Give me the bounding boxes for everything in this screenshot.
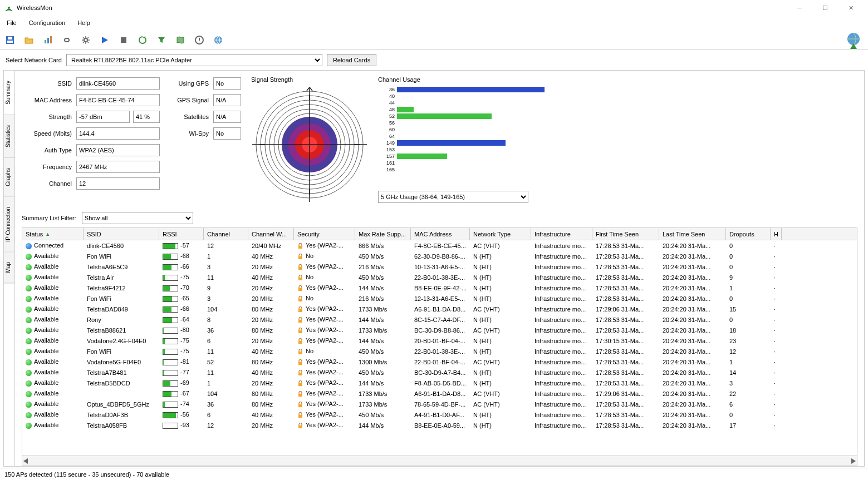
mac-label: MAC Address [22, 97, 72, 103]
col-rssi[interactable]: RSSI [159, 228, 204, 240]
gps-label: Using GPS [170, 80, 209, 87]
network-card-select[interactable]: Realtek RTL8822BE 802.11ac PCIe Adapter [66, 54, 322, 66]
col-channel[interactable]: Channel [204, 228, 248, 240]
table-row[interactable]: AvailableTelstraD0AF3B-56640 MHzYes (WPA… [22, 409, 857, 420]
chart-icon[interactable] [41, 33, 55, 47]
reload-cards-button[interactable]: Reload Cards [327, 54, 376, 66]
svg-rect-30 [298, 246, 302, 249]
filter-icon[interactable] [155, 33, 168, 47]
menu-configuration[interactable]: Configuration [26, 18, 68, 28]
table-row[interactable]: AvailableTelstraDAD849-6610480 MHzYes (W… [22, 304, 857, 314]
channel-number: 52 [378, 113, 395, 119]
filter-select[interactable]: Show all [82, 212, 193, 224]
table-row[interactable]: AvailableTelstraD5BDCD-69120 MHzYes (WPA… [22, 378, 857, 388]
wispy-label: Wi-Spy [170, 130, 209, 137]
status-dot-icon [26, 275, 32, 281]
ssid-value: dlink-CE4560 [76, 77, 160, 90]
menu-file[interactable]: File [3, 18, 20, 28]
menu-help[interactable]: Help [74, 18, 94, 28]
col-security[interactable]: Security [294, 228, 355, 240]
table-row[interactable]: AvailableTelstra Air-751140 MHzNo450 Mb/… [22, 272, 857, 283]
rssi-bar-icon [163, 338, 178, 344]
col-ssid[interactable]: SSID [84, 228, 159, 240]
table-row[interactable]: AvailableVodafone2.4G-F04E0-75620 MHzYes… [22, 335, 857, 346]
tab-map[interactable]: Map [4, 252, 14, 283]
stop-icon[interactable] [117, 33, 130, 47]
col-status[interactable]: Status▲ [22, 228, 84, 240]
channel-range-select[interactable]: 5 GHz Usage (36-64, 149-165) [378, 191, 528, 203]
channel-number: 165 [378, 167, 395, 172]
col-mac[interactable]: MAC Address [411, 228, 470, 240]
table-row[interactable]: AvailableFon WiFi-65320 MHzNo216 Mb/s12-… [22, 293, 857, 304]
table-row[interactable]: AvailableTelstraA6E5C9-66320 MHzYes (WPA… [22, 261, 857, 272]
status-text: 150 APs detected (115 secure - 35 unsecu… [4, 471, 169, 478]
tab-graphs[interactable]: Graphs [4, 158, 14, 197]
strength-pct: 41 % [133, 111, 160, 123]
rssi-bar-icon [163, 380, 178, 387]
svg-rect-39 [298, 341, 302, 344]
refresh-icon[interactable] [136, 33, 149, 47]
globe-icon[interactable] [212, 33, 225, 47]
svg-rect-35 [298, 299, 302, 301]
maximize-button[interactable]: ☐ [812, 0, 838, 16]
col-last[interactable]: Last Time Seen [659, 228, 726, 240]
link-icon[interactable] [60, 33, 73, 47]
rssi-bar-icon [163, 264, 178, 270]
col-dropouts[interactable]: Dropouts [726, 228, 771, 240]
channel-number: 40 [378, 93, 395, 99]
table-row[interactable]: AvailableFon WiFi-751140 MHzNo450 Mb/s22… [22, 346, 857, 357]
gear-icon[interactable] [79, 33, 92, 47]
toolbar [0, 30, 868, 50]
grid-body[interactable]: Connecteddlink-CE4560-571220/40 MHzYes (… [22, 240, 857, 456]
minimize-button[interactable]: ─ [787, 0, 812, 16]
map-icon[interactable] [174, 33, 187, 47]
table-row[interactable]: AvailableRony-64820 MHzYes (WPA2-...144 … [22, 314, 857, 325]
tab-ip-connection[interactable]: IP Connection [4, 197, 14, 253]
svg-point-7 [84, 38, 87, 42]
table-row[interactable]: AvailableFon WiFi-68140 MHzNo450 Mb/s62-… [22, 251, 857, 261]
tab-summary[interactable]: Summary [4, 71, 14, 115]
grid-header: Status▲ SSID RSSI Channel Channel W... S… [22, 228, 857, 240]
svg-rect-32 [298, 267, 302, 270]
open-icon[interactable] [22, 33, 36, 47]
channel-bar [397, 113, 492, 119]
channel-number: 157 [378, 154, 395, 159]
svg-point-0 [8, 7, 10, 9]
svg-rect-6 [50, 36, 52, 43]
save-icon[interactable] [3, 33, 17, 47]
rssi-bar-icon [163, 243, 178, 249]
table-row[interactable]: Available-6710480 MHzYes (WPA2-...1733 M… [22, 388, 857, 399]
alert-icon[interactable] [193, 33, 206, 47]
channel-number: 161 [378, 160, 395, 166]
speed-value: 144.4 [76, 127, 160, 140]
table-row[interactable]: AvailableTelstraA058FB-931220 MHzYes (WP… [22, 420, 857, 430]
tab-statistics[interactable]: Statistics [4, 115, 14, 158]
horizontal-scrollbar[interactable] [22, 456, 857, 466]
channel-usage-block: Channel Usage 36404448525660641491531571… [378, 76, 857, 203]
col-channel-width[interactable]: Channel W... [248, 228, 294, 240]
svg-rect-34 [298, 288, 302, 291]
col-rate[interactable]: Max Rate Supp... [355, 228, 411, 240]
col-first[interactable]: First Time Seen [592, 228, 659, 240]
table-row[interactable]: AvailableOptus_4DBFD5_5GHz-743680 MHzYes… [22, 399, 857, 409]
col-type[interactable]: Network Type [470, 228, 531, 240]
table-row[interactable]: Connecteddlink-CE4560-571220/40 MHzYes (… [22, 240, 857, 251]
channel-number: 56 [378, 120, 395, 126]
channel-label: Channel [22, 180, 72, 187]
table-row[interactable]: AvailableTelstraA7B481-771140 MHzYes (WP… [22, 367, 857, 378]
status-dot-icon [26, 328, 32, 334]
table-row[interactable]: AvailableVodafone5G-F04E0-815280 MHzYes … [22, 357, 857, 367]
play-icon[interactable] [98, 33, 111, 47]
side-tabs: Summary Statistics Graphs IP Connection … [4, 71, 15, 466]
table-row[interactable]: AvailableTelstra9F4212-70920 MHzYes (WPA… [22, 283, 857, 293]
rssi-bar-icon [163, 423, 178, 429]
rssi-bar-icon [163, 285, 178, 291]
status-dot-icon [26, 359, 32, 365]
col-extra[interactable]: H [771, 228, 782, 240]
table-row[interactable]: AvailableTelstraB88621-803680 MHzYes (WP… [22, 325, 857, 335]
freq-label: Frequency [22, 164, 72, 170]
col-infra[interactable]: Infrastructure [531, 228, 592, 240]
channel-number: 44 [378, 100, 395, 106]
gpss-value: N/A [213, 94, 241, 106]
close-button[interactable]: ✕ [838, 0, 864, 16]
